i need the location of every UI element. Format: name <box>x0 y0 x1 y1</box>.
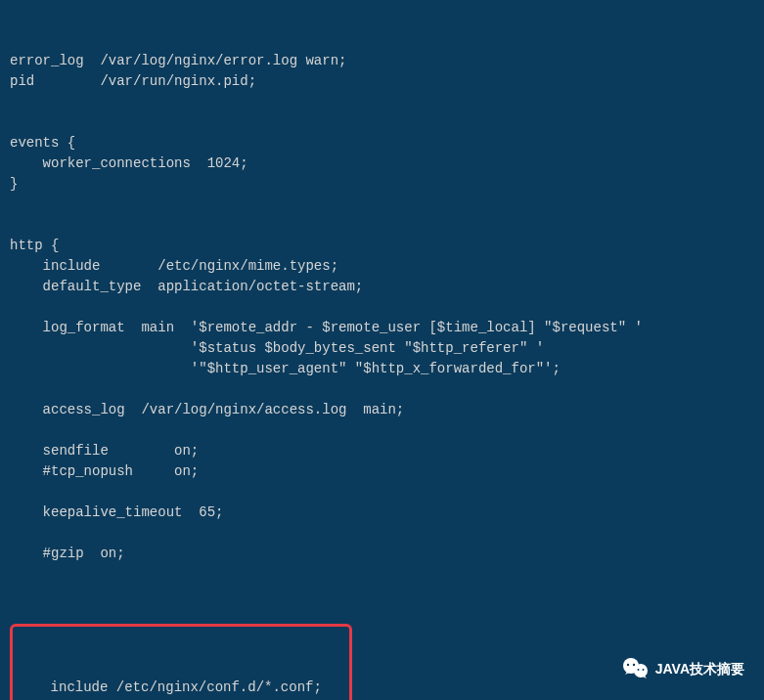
config-line <box>10 379 754 400</box>
config-line: keepalive_timeout 65; <box>10 503 754 523</box>
config-line <box>10 195 754 215</box>
config-line: '"$http_user_agent" "$http_x_forwarded_f… <box>10 359 754 379</box>
config-line <box>10 420 754 441</box>
svg-point-3 <box>633 664 635 666</box>
config-line <box>10 523 754 544</box>
svg-point-2 <box>627 664 629 666</box>
config-line: } <box>10 174 754 195</box>
config-line <box>10 482 754 503</box>
config-line <box>10 215 754 236</box>
config-line <box>10 564 754 585</box>
watermark-text: JAVA技术摘要 <box>655 659 744 679</box>
config-line: access_log /var/log/nginx/access.log mai… <box>10 400 754 420</box>
wechat-icon <box>622 657 650 680</box>
svg-point-5 <box>642 669 644 671</box>
config-line: default_type application/octet-stream; <box>10 277 754 297</box>
config-line: '$status $body_bytes_sent "$http_referer… <box>10 338 754 359</box>
terminal-output: error_log /var/log/nginx/error.log warn;… <box>10 10 754 700</box>
watermark: JAVA技术摘要 <box>622 657 744 680</box>
config-line: include /etc/nginx/mime.types; <box>10 256 754 277</box>
config-line: sendfile on; <box>10 441 754 461</box>
config-line: error_log /var/log/nginx/error.log warn; <box>10 51 754 71</box>
include-conf-line: include /etc/nginx/conf.d/*.conf; <box>18 678 344 698</box>
config-line <box>10 297 754 318</box>
config-line <box>10 92 754 112</box>
config-line: events { <box>10 133 754 153</box>
config-line: http { <box>10 236 754 256</box>
config-line: pid /var/run/nginx.pid; <box>10 71 754 92</box>
config-line: worker_connections 1024; <box>10 153 754 174</box>
config-line: #gzip on; <box>10 544 754 564</box>
svg-point-4 <box>637 669 639 671</box>
config-line <box>10 112 754 133</box>
config-line: #tcp_nopush on; <box>10 461 754 482</box>
highlighted-config-line: include /etc/nginx/conf.d/*.conf; <box>10 624 352 700</box>
svg-point-1 <box>634 664 648 678</box>
config-line: log_format main '$remote_addr - $remote_… <box>10 318 754 338</box>
